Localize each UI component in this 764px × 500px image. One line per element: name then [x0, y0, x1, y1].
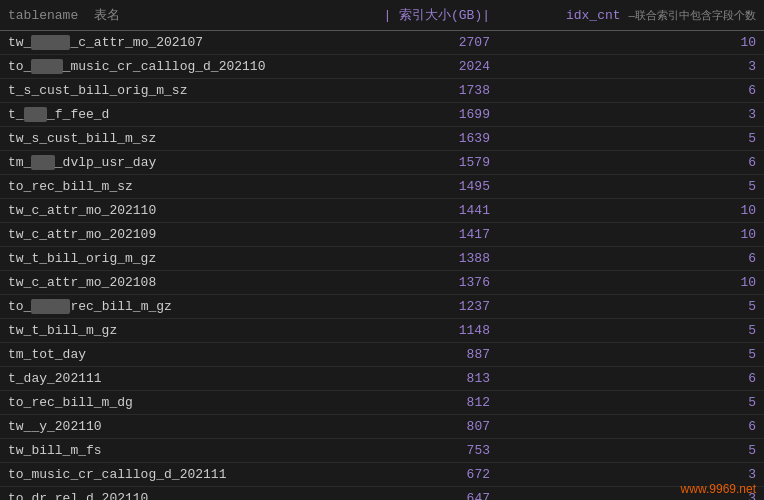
table-row: tw_s_cust_bill_m_sz16395	[0, 127, 764, 151]
cell-tablename: tw_ass_i_c_attr_mo_202107	[0, 31, 342, 55]
cell-cnt: 3	[506, 103, 764, 127]
cell-cnt: 5	[506, 439, 764, 463]
cell-tablename: to_music_cr_calllog_d_202111	[0, 463, 342, 487]
cell-tablename: tw_t_bill_m_gz	[0, 319, 342, 343]
cell-cnt: 6	[506, 79, 764, 103]
cell-tablename: tw_s_cust_bill_m_sz	[0, 127, 342, 151]
cell-cnt: 5	[506, 295, 764, 319]
cell-size: 753	[342, 439, 506, 463]
cell-size: 1388	[342, 247, 506, 271]
table-row: tw_c_attr_mo_202108137610	[0, 271, 764, 295]
cell-cnt: 10	[506, 31, 764, 55]
table-row: tw_c_attr_mo_202110144110	[0, 199, 764, 223]
cell-cnt: 10	[506, 223, 764, 247]
table-row: tw_ass_i_c_attr_mo_202107270710	[0, 31, 764, 55]
cell-size: 1699	[342, 103, 506, 127]
table-row: t_s_v_f_fee_d16993	[0, 103, 764, 127]
header-tablename: tablename 表名	[0, 0, 342, 31]
header-cnt: idx_cnt —联合索引中包含字段个数	[506, 0, 764, 31]
cell-tablename: t_s_v_f_fee_d	[0, 103, 342, 127]
header-size: | 索引大小(GB)|	[342, 0, 506, 31]
cell-size: 647	[342, 487, 506, 501]
cell-cnt: 6	[506, 247, 764, 271]
cell-cnt: 5	[506, 391, 764, 415]
table-row: tm_tot_day8875	[0, 343, 764, 367]
cell-cnt: 5	[506, 343, 764, 367]
table-header-row: tablename 表名 | 索引大小(GB)| idx_cnt —联合索引中包…	[0, 0, 764, 31]
cell-size: 2707	[342, 31, 506, 55]
table-row: to_ebox_rec_bill_m_gz12375	[0, 295, 764, 319]
table-row: tm_trm_dvlp_usr_day15796	[0, 151, 764, 175]
table-row: tw_t_bill_m_gz11485	[0, 319, 764, 343]
cell-tablename: to_ebox_rec_bill_m_gz	[0, 295, 342, 319]
cell-size: 1579	[342, 151, 506, 175]
cell-tablename: tw_t_bill_orig_m_gz	[0, 247, 342, 271]
table-row: t_s_cust_bill_orig_m_sz17386	[0, 79, 764, 103]
cell-size: 807	[342, 415, 506, 439]
cell-size: 1738	[342, 79, 506, 103]
cell-cnt: 6	[506, 367, 764, 391]
cell-cnt: 6	[506, 415, 764, 439]
table-body: tw_ass_i_c_attr_mo_202107270710to_gop__m…	[0, 31, 764, 501]
table-row: to_dr_rel_d_2021106473	[0, 487, 764, 501]
cell-size: 1148	[342, 319, 506, 343]
cell-size: 812	[342, 391, 506, 415]
cell-size: 2024	[342, 55, 506, 79]
cell-size: 1639	[342, 127, 506, 151]
cell-tablename: t_day_202111	[0, 367, 342, 391]
cell-tablename: tw__y_202110	[0, 415, 342, 439]
cell-tablename: to_rec_bill_m_dg	[0, 391, 342, 415]
cell-tablename: tm_tot_day	[0, 343, 342, 367]
cell-tablename: tw_c_attr_mo_202108	[0, 271, 342, 295]
table-row: t_day_2021118136	[0, 367, 764, 391]
cell-cnt: 5	[506, 175, 764, 199]
cell-tablename: tm_trm_dvlp_usr_day	[0, 151, 342, 175]
table-row: to_rec_bill_m_dg8125	[0, 391, 764, 415]
cell-tablename: t_s_cust_bill_orig_m_sz	[0, 79, 342, 103]
cell-cnt: 5	[506, 319, 764, 343]
cell-tablename: tw_bill_m_fs	[0, 439, 342, 463]
cell-cnt: 5	[506, 127, 764, 151]
data-table: tablename 表名 | 索引大小(GB)| idx_cnt —联合索引中包…	[0, 0, 764, 500]
cell-tablename: to_gop__music_cr_calllog_d_202110	[0, 55, 342, 79]
cell-size: 1376	[342, 271, 506, 295]
cell-cnt: 10	[506, 199, 764, 223]
main-table-container[interactable]: tablename 表名 | 索引大小(GB)| idx_cnt —联合索引中包…	[0, 0, 764, 500]
table-row: tw_bill_m_fs7535	[0, 439, 764, 463]
cell-cnt: 6	[506, 151, 764, 175]
cell-size: 1441	[342, 199, 506, 223]
table-row: to_music_cr_calllog_d_2021116723	[0, 463, 764, 487]
cell-cnt: 10	[506, 271, 764, 295]
table-row: tw_t_bill_orig_m_gz13886	[0, 247, 764, 271]
cell-size: 672	[342, 463, 506, 487]
cell-tablename: tw_c_attr_mo_202109	[0, 223, 342, 247]
cell-cnt: 3	[506, 55, 764, 79]
cell-tablename: to_rec_bill_m_sz	[0, 175, 342, 199]
cell-size: 1237	[342, 295, 506, 319]
watermark: www.9969.net	[681, 482, 756, 496]
cell-size: 1495	[342, 175, 506, 199]
table-row: to_gop__music_cr_calllog_d_20211020243	[0, 55, 764, 79]
cell-size: 887	[342, 343, 506, 367]
cell-size: 1417	[342, 223, 506, 247]
cell-size: 813	[342, 367, 506, 391]
table-row: to_rec_bill_m_sz14955	[0, 175, 764, 199]
cell-tablename: to_dr_rel_d_202110	[0, 487, 342, 501]
cell-tablename: tw_c_attr_mo_202110	[0, 199, 342, 223]
table-row: tw_c_attr_mo_202109141710	[0, 223, 764, 247]
table-row: tw__y_2021108076	[0, 415, 764, 439]
